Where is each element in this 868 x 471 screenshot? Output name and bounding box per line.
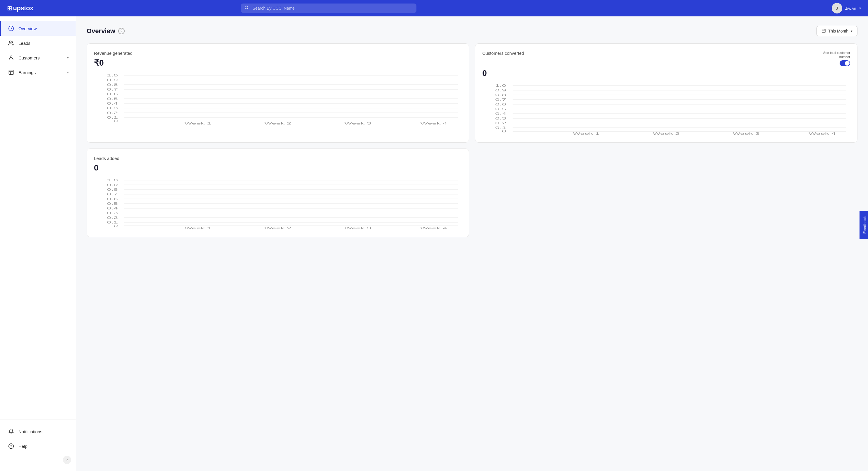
svg-rect-4 xyxy=(9,70,13,75)
sidebar-item-earnings[interactable]: Earnings ▾ xyxy=(0,65,76,80)
svg-text:0.7: 0.7 xyxy=(107,88,118,91)
leads-added-chart: 1.0 0.9 0.8 0.7 0.6 0.5 0.4 0.3 0.2 0.1 … xyxy=(94,177,462,230)
svg-text:0.3: 0.3 xyxy=(107,211,118,214)
svg-text:Week 1: Week 1 xyxy=(573,132,600,135)
svg-text:Week 3: Week 3 xyxy=(344,122,371,125)
svg-text:1.0: 1.0 xyxy=(107,74,118,77)
customers-converted-header: Customers converted See total customer n… xyxy=(482,51,850,66)
svg-text:Week 2: Week 2 xyxy=(264,122,291,125)
bell-icon xyxy=(8,428,14,435)
period-selector[interactable]: This Month ▾ xyxy=(816,26,858,36)
overview-icon xyxy=(8,25,14,32)
svg-text:Week 1: Week 1 xyxy=(184,227,211,230)
search-icon xyxy=(244,6,249,11)
svg-text:0.4: 0.4 xyxy=(107,102,118,105)
page-title-wrap: Overview ? xyxy=(87,27,125,35)
svg-text:Week 2: Week 2 xyxy=(653,132,680,135)
logo: ⊞ upstox xyxy=(7,4,33,12)
svg-text:0.7: 0.7 xyxy=(495,98,506,101)
customers-icon xyxy=(8,55,14,61)
revenue-card: Revenue generated ₹0 1.0 0.9 0.8 0.7 0.6… xyxy=(87,43,469,143)
svg-text:0.3: 0.3 xyxy=(107,107,118,110)
logo-text: upstox xyxy=(13,4,33,12)
svg-point-2 xyxy=(9,41,11,43)
sidebar-item-overview[interactable]: Overview xyxy=(0,21,76,36)
avatar: J xyxy=(832,3,842,13)
svg-rect-6 xyxy=(822,29,825,32)
svg-text:0.6: 0.6 xyxy=(107,197,118,200)
search-input[interactable] xyxy=(241,3,416,13)
svg-text:0.3: 0.3 xyxy=(495,117,506,120)
toggle-switch[interactable] xyxy=(840,60,850,66)
svg-text:0.5: 0.5 xyxy=(107,202,118,205)
svg-text:0.4: 0.4 xyxy=(495,112,506,115)
leads-added-value: 0 xyxy=(94,163,462,173)
svg-text:0.1: 0.1 xyxy=(107,116,118,119)
empty-placeholder xyxy=(475,148,858,237)
svg-text:0.8: 0.8 xyxy=(107,83,118,86)
user-name: Jiwan xyxy=(845,6,856,11)
app-body: Overview Leads Customers ▾ Earnings xyxy=(0,17,868,471)
sidebar-bottom: Notifications Help ‹ xyxy=(0,419,76,471)
svg-text:1.0: 1.0 xyxy=(107,178,118,182)
svg-text:0.4: 0.4 xyxy=(107,206,118,210)
top-cards-row: Revenue generated ₹0 1.0 0.9 0.8 0.7 0.6… xyxy=(87,43,858,143)
help-icon xyxy=(8,443,14,449)
svg-text:0: 0 xyxy=(502,129,506,133)
svg-text:Week 4: Week 4 xyxy=(420,122,447,125)
help-circle-icon[interactable]: ? xyxy=(118,28,125,34)
customers-converted-card: Customers converted See total customer n… xyxy=(475,43,858,143)
svg-point-3 xyxy=(10,56,12,58)
svg-text:0.6: 0.6 xyxy=(107,93,118,96)
svg-text:Week 4: Week 4 xyxy=(809,132,836,135)
toggle-label: See total customer number xyxy=(815,51,850,59)
svg-text:0.7: 0.7 xyxy=(107,193,118,196)
svg-text:0.6: 0.6 xyxy=(495,102,506,106)
user-area[interactable]: J Jiwan ▾ xyxy=(832,3,861,13)
sidebar-collapse: ‹ xyxy=(0,453,76,466)
customers-converted-value: 0 xyxy=(482,68,850,78)
svg-text:Week 4: Week 4 xyxy=(420,227,447,230)
svg-text:0.8: 0.8 xyxy=(495,93,506,96)
sidebar-item-customers[interactable]: Customers ▾ xyxy=(0,50,76,65)
svg-text:0.1: 0.1 xyxy=(495,126,506,129)
feedback-button[interactable]: Feedback xyxy=(860,211,868,239)
svg-text:Week 3: Week 3 xyxy=(733,132,760,135)
revenue-chart: 1.0 0.9 0.8 0.7 0.6 0.5 0.4 0.3 0.2 0.1 … xyxy=(94,72,462,125)
sidebar-label-customers: Customers xyxy=(19,55,40,60)
svg-text:0.9: 0.9 xyxy=(495,88,506,92)
sidebar-nav: Overview Leads Customers ▾ Earnings xyxy=(0,17,76,419)
calendar-icon xyxy=(822,28,826,34)
chevron-down-icon: ▾ xyxy=(859,6,861,10)
svg-text:0: 0 xyxy=(114,119,118,123)
sidebar-item-notifications[interactable]: Notifications xyxy=(0,424,76,439)
sidebar: Overview Leads Customers ▾ Earnings xyxy=(0,17,76,471)
bottom-cards-row: Leads added 0 1.0 0.9 0.8 0.7 0.6 0.5 0.… xyxy=(87,148,858,237)
svg-text:0.5: 0.5 xyxy=(107,97,118,100)
svg-text:0.8: 0.8 xyxy=(107,188,118,191)
period-label: This Month xyxy=(828,29,848,33)
leads-icon xyxy=(8,40,14,46)
leads-added-card: Leads added 0 1.0 0.9 0.8 0.7 0.6 0.5 0.… xyxy=(87,148,469,237)
period-chevron-icon: ▾ xyxy=(851,29,852,33)
svg-text:1.0: 1.0 xyxy=(495,84,506,87)
collapse-button[interactable]: ‹ xyxy=(63,456,71,464)
svg-text:Week 2: Week 2 xyxy=(264,227,291,230)
svg-text:0.1: 0.1 xyxy=(107,220,118,224)
page-header: Overview ? This Month ▾ xyxy=(87,26,858,36)
app-header: ⊞ upstox J Jiwan ▾ xyxy=(0,0,868,17)
earnings-icon xyxy=(8,69,14,76)
svg-text:0.5: 0.5 xyxy=(495,107,506,111)
main-content: Overview ? This Month ▾ Revenue generate… xyxy=(76,17,868,471)
sidebar-label-notifications: Notifications xyxy=(19,429,42,434)
svg-text:0: 0 xyxy=(114,224,118,227)
customers-converted-chart: 1.0 0.9 0.8 0.7 0.6 0.5 0.4 0.3 0.2 0.1 … xyxy=(482,83,850,135)
leads-added-title: Leads added xyxy=(94,156,462,161)
chevron-down-icon: ▾ xyxy=(67,56,69,60)
svg-text:0.9: 0.9 xyxy=(107,79,118,82)
sidebar-label-overview: Overview xyxy=(19,26,37,31)
logo-icon: ⊞ xyxy=(7,5,12,12)
sidebar-item-leads[interactable]: Leads xyxy=(0,36,76,50)
svg-text:0.9: 0.9 xyxy=(107,183,118,186)
sidebar-item-help[interactable]: Help xyxy=(0,439,76,453)
